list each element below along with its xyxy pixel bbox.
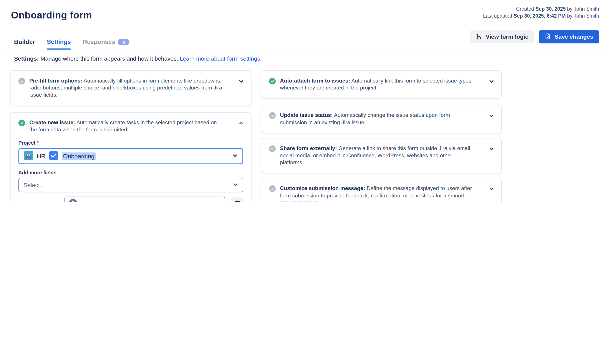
meta-updated: Last updated Sep 30, 2025, 6:42 PM by Jo…	[483, 12, 599, 19]
tab-builder[interactable]: Builder	[14, 38, 35, 50]
save-document-check-icon	[545, 33, 551, 40]
card-update-issue-status: Update issue status: Automatically chang…	[261, 105, 502, 133]
avatar-person-icon	[68, 198, 77, 202]
right-column: Auto-attach form to issues: Automaticall…	[261, 70, 502, 202]
add-more-fields-label: Add more fields	[18, 170, 243, 175]
view-form-logic-label: View form logic	[486, 34, 528, 40]
card-customize-submission-message: Customize submission message: Define the…	[261, 178, 502, 202]
field-row-assignee: Assignee Automatic	[18, 196, 243, 202]
chevron-down-icon	[489, 79, 494, 84]
responses-count-badge: 0	[118, 39, 130, 45]
expand-card-button[interactable]	[489, 185, 494, 192]
chevron-down-icon	[489, 113, 494, 118]
status-check-icon	[18, 78, 25, 84]
status-check-icon	[18, 119, 25, 126]
view-form-logic-button[interactable]: View form logic	[470, 30, 534, 43]
tab-bar: Builder Settings Responses 0	[14, 38, 130, 50]
card-description: Create new issue: Automatically create t…	[29, 119, 224, 133]
assignee-select[interactable]: Automatic	[64, 196, 225, 202]
chevron-down-icon[interactable]	[216, 201, 221, 202]
left-column: Pre-fill form options: Automatically fil…	[10, 70, 252, 202]
form-logic-branch-icon	[476, 33, 482, 40]
card-share-externally: Share form externally: Generate a link t…	[261, 138, 502, 173]
form-meta: Created Sep 30, 2025 by John Smith Last …	[483, 5, 599, 19]
project-label: Project*	[18, 140, 243, 146]
meta-created: Created Sep 30, 2025 by John Smith	[483, 5, 599, 12]
select-placeholder: Select...	[24, 182, 45, 189]
project-select[interactable]: HR Onboarding	[18, 148, 243, 164]
page: Onboarding form Created Sep 30, 2025 by …	[0, 0, 610, 202]
chevron-down-icon	[233, 182, 238, 189]
learn-more-link[interactable]: Learn more about form settings.	[180, 56, 262, 62]
chevron-down-icon	[489, 186, 494, 192]
card-description: Customize submission message: Define the…	[280, 185, 475, 202]
tab-settings[interactable]: Settings	[47, 38, 71, 50]
status-check-icon	[269, 185, 276, 192]
row-label: Assignee	[18, 201, 64, 202]
assignee-value: Automatic	[81, 200, 107, 202]
chevron-down-icon	[232, 153, 238, 160]
tabs-divider	[0, 50, 610, 50]
header-actions: View form logic Save changes	[470, 30, 599, 43]
card-description: Auto-attach form to issues: Automaticall…	[280, 77, 475, 92]
card-prefill-options: Pre-fill form options: Automatically fil…	[10, 70, 252, 106]
card-description: Share form externally: Generate a link t…	[280, 145, 475, 166]
save-changes-label: Save changes	[555, 34, 593, 40]
settings-subtitle: Settings: Manage where this form appears…	[14, 56, 262, 62]
card-create-new-issue: Create new issue: Automatically create t…	[10, 112, 252, 202]
subtitle-bold: Settings:	[14, 56, 39, 62]
required-asterisk: *	[37, 140, 39, 146]
chevron-down-icon	[238, 79, 244, 84]
task-type-icon	[49, 151, 58, 162]
card-description: Pre-fill form options: Automatically fil…	[29, 77, 224, 99]
project-name: HR	[37, 153, 45, 160]
page-title: Onboarding form	[11, 9, 92, 21]
status-check-icon	[269, 145, 276, 152]
tab-responses[interactable]: Responses 0	[83, 38, 130, 50]
expand-card-button[interactable]	[238, 77, 244, 84]
add-fields-select[interactable]: Select...	[18, 178, 243, 193]
expand-card-button[interactable]	[489, 145, 494, 152]
chevron-up-icon	[238, 120, 244, 126]
status-check-icon	[269, 112, 276, 119]
save-changes-button[interactable]: Save changes	[539, 30, 599, 43]
delete-field-button[interactable]	[231, 197, 243, 202]
collapse-card-button[interactable]	[238, 119, 244, 126]
expand-card-button[interactable]	[489, 77, 494, 84]
status-check-icon	[269, 78, 276, 84]
chevron-down-icon	[489, 146, 494, 152]
expand-card-button[interactable]	[489, 112, 494, 119]
trash-icon	[234, 200, 240, 202]
project-avatar-icon	[24, 151, 33, 162]
card-auto-attach: Auto-attach form to issues: Automaticall…	[261, 70, 502, 99]
card-description: Update issue status: Automatically chang…	[280, 112, 475, 126]
subtitle-text: Manage where this form appears and how i…	[39, 56, 180, 62]
issue-name-selected: Onboarding	[62, 152, 96, 160]
